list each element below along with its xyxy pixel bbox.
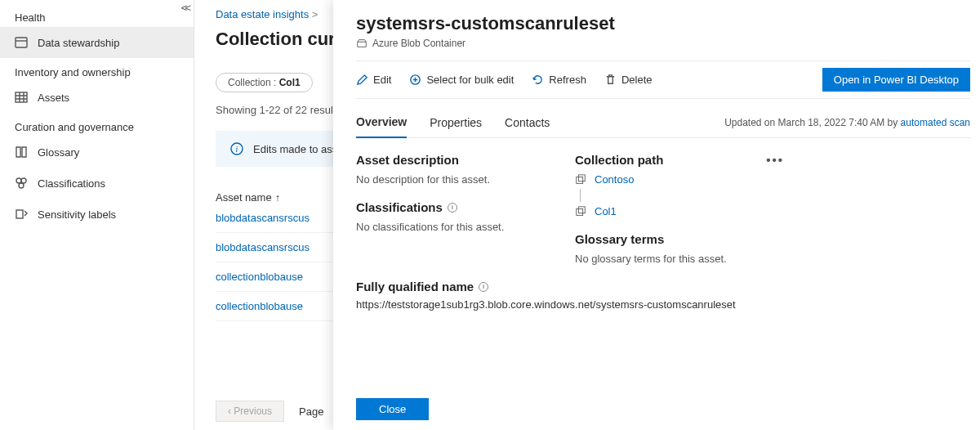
classifications-heading: Classificationsi: [356, 200, 568, 214]
glossary-heading: Glossary terms: [575, 232, 970, 246]
sidebar: << Health Data stewardship Inventory and…: [0, 0, 194, 430]
tab-overview[interactable]: Overview: [356, 107, 407, 138]
classifications-icon: [15, 177, 28, 190]
breadcrumb-root[interactable]: Data estate insights: [216, 8, 309, 20]
updated-by-link[interactable]: automated scan: [901, 117, 970, 128]
page-label: Page: [299, 405, 323, 418]
sidebar-item-sensitivity[interactable]: Sensitivity labels: [0, 199, 194, 230]
sidebar-item-label: Data stewardship: [38, 37, 119, 49]
svg-point-2: [16, 178, 21, 183]
plus-circle-icon: [409, 74, 421, 86]
sidebar-collapse-button[interactable]: <<: [181, 2, 189, 14]
filter-chip-collection[interactable]: Collection : Col1: [216, 73, 313, 92]
svg-rect-10: [578, 174, 585, 181]
asset-description-value: No description for this asset.: [356, 173, 568, 186]
container-icon: [356, 38, 368, 49]
updated-timestamp: Updated on March 18, 2022 7:40 AM by aut…: [724, 117, 970, 128]
sidebar-group-curation: Curation and governance: [0, 113, 194, 137]
collection-icon: [575, 174, 586, 186]
sort-asc-icon: ↑: [275, 191, 281, 204]
fqn-value: https://teststorage1sub1rg3.blob.core.wi…: [356, 298, 970, 311]
more-icon[interactable]: •••: [766, 153, 784, 167]
chevron-right-icon: >: [312, 8, 318, 20]
glossary-icon: [15, 146, 28, 159]
asset-detail-panel: systemsrs-customscanruleset Azure Blob C…: [333, 0, 980, 430]
glossary-value: No glossary terms for this asset.: [575, 253, 970, 265]
close-button[interactable]: Close: [356, 398, 429, 420]
collection-path-item: Contoso: [575, 173, 970, 186]
refresh-icon: [532, 74, 544, 86]
tabs: Overview Properties Contacts Updated on …: [356, 107, 970, 138]
assets-icon: [15, 91, 28, 104]
sidebar-item-data-stewardship[interactable]: Data stewardship: [0, 27, 194, 58]
svg-rect-1: [16, 92, 27, 102]
svg-rect-9: [577, 177, 583, 183]
collection-icon: [575, 206, 586, 217]
info-icon: i: [230, 142, 243, 155]
bulk-edit-button[interactable]: Select for bulk edit: [409, 74, 514, 86]
svg-point-4: [19, 183, 24, 188]
sidebar-item-glossary[interactable]: Glossary: [0, 137, 194, 168]
svg-rect-11: [577, 208, 583, 215]
edit-icon: [356, 74, 368, 86]
edit-button[interactable]: Edit: [356, 74, 391, 86]
collection-link[interactable]: Contoso: [595, 173, 634, 186]
pager: ‹ Previous Page: [216, 401, 323, 422]
path-connector: [580, 189, 970, 202]
toolbar: Edit Select for bulk edit Refresh Delete…: [356, 60, 970, 99]
asset-description-heading: Asset description: [356, 153, 568, 167]
sidebar-item-assets[interactable]: Assets: [0, 82, 194, 113]
refresh-button[interactable]: Refresh: [532, 74, 586, 86]
fqn-heading: Fully qualified namei: [356, 280, 970, 293]
stewardship-icon: [15, 36, 28, 49]
info-icon[interactable]: i: [479, 282, 488, 292]
info-icon[interactable]: i: [448, 203, 457, 213]
collection-link[interactable]: Col1: [595, 205, 617, 217]
sidebar-item-label: Classifications: [38, 177, 105, 190]
collection-path-item: Col1: [575, 205, 970, 217]
tab-properties[interactable]: Properties: [430, 108, 482, 137]
asset-title: systemsrs-customscanruleset: [356, 13, 970, 34]
sidebar-item-label: Glossary: [38, 146, 79, 159]
delete-icon: [604, 74, 617, 86]
svg-rect-12: [578, 206, 585, 213]
classifications-value: No classifications for this asset.: [356, 221, 568, 233]
svg-point-3: [21, 178, 26, 183]
collection-path-heading: Collection path •••: [575, 153, 970, 167]
sensitivity-icon: [15, 208, 28, 221]
svg-text:i: i: [236, 145, 238, 154]
previous-button[interactable]: ‹ Previous: [216, 401, 284, 422]
sidebar-group-inventory: Inventory and ownership: [0, 58, 194, 82]
svg-rect-5: [16, 210, 23, 218]
sidebar-item-label: Assets: [38, 92, 69, 104]
open-powerbi-button[interactable]: Open in Power BI Desktop: [822, 68, 970, 92]
tab-contacts[interactable]: Contacts: [505, 108, 550, 137]
sidebar-group-health: Health: [0, 3, 194, 27]
svg-rect-0: [16, 38, 27, 47]
sidebar-item-label: Sensitivity labels: [38, 208, 116, 221]
asset-subtype: Azure Blob Container: [356, 38, 970, 49]
sidebar-item-classifications[interactable]: Classifications: [0, 168, 194, 199]
delete-button[interactable]: Delete: [604, 74, 653, 86]
